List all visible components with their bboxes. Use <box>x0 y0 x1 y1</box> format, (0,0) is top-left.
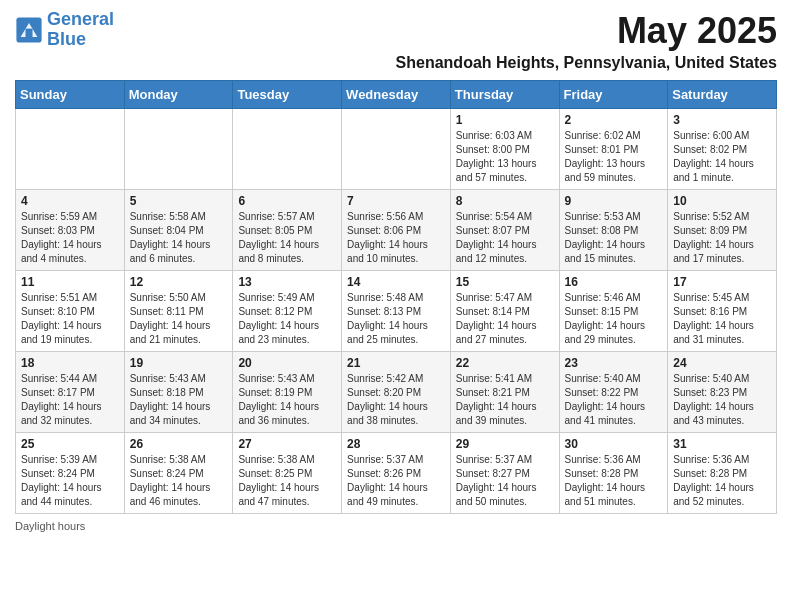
day-number: 13 <box>238 275 336 289</box>
calendar-cell <box>124 109 233 190</box>
day-number: 2 <box>565 113 663 127</box>
calendar-cell: 12Sunrise: 5:50 AMSunset: 8:11 PMDayligh… <box>124 271 233 352</box>
day-number: 17 <box>673 275 771 289</box>
calendar-cell: 21Sunrise: 5:42 AMSunset: 8:20 PMDayligh… <box>342 352 451 433</box>
calendar-header-row: SundayMondayTuesdayWednesdayThursdayFrid… <box>16 81 777 109</box>
day-info: Sunrise: 5:43 AMSunset: 8:19 PMDaylight:… <box>238 372 336 428</box>
calendar-week-3: 11Sunrise: 5:51 AMSunset: 8:10 PMDayligh… <box>16 271 777 352</box>
day-info: Sunrise: 5:39 AMSunset: 8:24 PMDaylight:… <box>21 453 119 509</box>
weekday-header-friday: Friday <box>559 81 668 109</box>
calendar-cell: 20Sunrise: 5:43 AMSunset: 8:19 PMDayligh… <box>233 352 342 433</box>
day-number: 5 <box>130 194 228 208</box>
logo-icon <box>15 16 43 44</box>
day-info: Sunrise: 5:40 AMSunset: 8:23 PMDaylight:… <box>673 372 771 428</box>
day-number: 31 <box>673 437 771 451</box>
weekday-header-thursday: Thursday <box>450 81 559 109</box>
calendar-week-5: 25Sunrise: 5:39 AMSunset: 8:24 PMDayligh… <box>16 433 777 514</box>
day-info: Sunrise: 6:00 AMSunset: 8:02 PMDaylight:… <box>673 129 771 185</box>
calendar-cell: 27Sunrise: 5:38 AMSunset: 8:25 PMDayligh… <box>233 433 342 514</box>
calendar-cell: 15Sunrise: 5:47 AMSunset: 8:14 PMDayligh… <box>450 271 559 352</box>
calendar-cell: 31Sunrise: 5:36 AMSunset: 8:28 PMDayligh… <box>668 433 777 514</box>
day-number: 25 <box>21 437 119 451</box>
day-number: 19 <box>130 356 228 370</box>
day-number: 18 <box>21 356 119 370</box>
calendar-cell: 28Sunrise: 5:37 AMSunset: 8:26 PMDayligh… <box>342 433 451 514</box>
calendar-cell: 1Sunrise: 6:03 AMSunset: 8:00 PMDaylight… <box>450 109 559 190</box>
calendar-cell: 30Sunrise: 5:36 AMSunset: 8:28 PMDayligh… <box>559 433 668 514</box>
calendar-cell <box>342 109 451 190</box>
calendar-cell: 22Sunrise: 5:41 AMSunset: 8:21 PMDayligh… <box>450 352 559 433</box>
footer-note: Daylight hours <box>15 520 777 532</box>
day-number: 12 <box>130 275 228 289</box>
calendar-cell: 10Sunrise: 5:52 AMSunset: 8:09 PMDayligh… <box>668 190 777 271</box>
day-number: 30 <box>565 437 663 451</box>
calendar-cell: 17Sunrise: 5:45 AMSunset: 8:16 PMDayligh… <box>668 271 777 352</box>
day-info: Sunrise: 5:44 AMSunset: 8:17 PMDaylight:… <box>21 372 119 428</box>
day-info: Sunrise: 5:54 AMSunset: 8:07 PMDaylight:… <box>456 210 554 266</box>
day-info: Sunrise: 5:38 AMSunset: 8:25 PMDaylight:… <box>238 453 336 509</box>
day-number: 24 <box>673 356 771 370</box>
day-info: Sunrise: 5:51 AMSunset: 8:10 PMDaylight:… <box>21 291 119 347</box>
day-info: Sunrise: 5:37 AMSunset: 8:27 PMDaylight:… <box>456 453 554 509</box>
day-info: Sunrise: 5:58 AMSunset: 8:04 PMDaylight:… <box>130 210 228 266</box>
day-number: 11 <box>21 275 119 289</box>
calendar-cell: 14Sunrise: 5:48 AMSunset: 8:13 PMDayligh… <box>342 271 451 352</box>
day-number: 15 <box>456 275 554 289</box>
calendar-table: SundayMondayTuesdayWednesdayThursdayFrid… <box>15 80 777 514</box>
calendar-cell <box>16 109 125 190</box>
day-number: 9 <box>565 194 663 208</box>
calendar-cell: 7Sunrise: 5:56 AMSunset: 8:06 PMDaylight… <box>342 190 451 271</box>
day-number: 10 <box>673 194 771 208</box>
day-info: Sunrise: 5:57 AMSunset: 8:05 PMDaylight:… <box>238 210 336 266</box>
calendar-cell: 8Sunrise: 5:54 AMSunset: 8:07 PMDaylight… <box>450 190 559 271</box>
day-info: Sunrise: 6:02 AMSunset: 8:01 PMDaylight:… <box>565 129 663 185</box>
calendar-week-2: 4Sunrise: 5:59 AMSunset: 8:03 PMDaylight… <box>16 190 777 271</box>
day-info: Sunrise: 5:40 AMSunset: 8:22 PMDaylight:… <box>565 372 663 428</box>
calendar-cell: 26Sunrise: 5:38 AMSunset: 8:24 PMDayligh… <box>124 433 233 514</box>
day-number: 21 <box>347 356 445 370</box>
calendar-cell: 13Sunrise: 5:49 AMSunset: 8:12 PMDayligh… <box>233 271 342 352</box>
weekday-header-wednesday: Wednesday <box>342 81 451 109</box>
day-number: 1 <box>456 113 554 127</box>
calendar-cell: 4Sunrise: 5:59 AMSunset: 8:03 PMDaylight… <box>16 190 125 271</box>
calendar-cell: 16Sunrise: 5:46 AMSunset: 8:15 PMDayligh… <box>559 271 668 352</box>
day-info: Sunrise: 5:38 AMSunset: 8:24 PMDaylight:… <box>130 453 228 509</box>
day-info: Sunrise: 5:53 AMSunset: 8:08 PMDaylight:… <box>565 210 663 266</box>
day-number: 20 <box>238 356 336 370</box>
calendar-cell: 23Sunrise: 5:40 AMSunset: 8:22 PMDayligh… <box>559 352 668 433</box>
calendar-cell <box>233 109 342 190</box>
main-title: May 2025 <box>396 10 777 52</box>
day-number: 6 <box>238 194 336 208</box>
day-number: 7 <box>347 194 445 208</box>
day-info: Sunrise: 5:36 AMSunset: 8:28 PMDaylight:… <box>565 453 663 509</box>
calendar-cell: 19Sunrise: 5:43 AMSunset: 8:18 PMDayligh… <box>124 352 233 433</box>
day-info: Sunrise: 5:46 AMSunset: 8:15 PMDaylight:… <box>565 291 663 347</box>
page-header: General Blue May 2025 Shenandoah Heights… <box>15 10 777 72</box>
calendar-cell: 3Sunrise: 6:00 AMSunset: 8:02 PMDaylight… <box>668 109 777 190</box>
calendar-cell: 9Sunrise: 5:53 AMSunset: 8:08 PMDaylight… <box>559 190 668 271</box>
day-info: Sunrise: 5:59 AMSunset: 8:03 PMDaylight:… <box>21 210 119 266</box>
logo-text: General Blue <box>47 10 114 50</box>
day-info: Sunrise: 5:49 AMSunset: 8:12 PMDaylight:… <box>238 291 336 347</box>
day-number: 22 <box>456 356 554 370</box>
day-info: Sunrise: 5:45 AMSunset: 8:16 PMDaylight:… <box>673 291 771 347</box>
day-info: Sunrise: 6:03 AMSunset: 8:00 PMDaylight:… <box>456 129 554 185</box>
calendar-cell: 2Sunrise: 6:02 AMSunset: 8:01 PMDaylight… <box>559 109 668 190</box>
svg-rect-2 <box>26 28 33 36</box>
day-number: 4 <box>21 194 119 208</box>
day-info: Sunrise: 5:42 AMSunset: 8:20 PMDaylight:… <box>347 372 445 428</box>
calendar-cell: 29Sunrise: 5:37 AMSunset: 8:27 PMDayligh… <box>450 433 559 514</box>
day-number: 8 <box>456 194 554 208</box>
title-section: May 2025 Shenandoah Heights, Pennsylvani… <box>396 10 777 72</box>
day-number: 28 <box>347 437 445 451</box>
day-number: 16 <box>565 275 663 289</box>
day-number: 14 <box>347 275 445 289</box>
weekday-header-tuesday: Tuesday <box>233 81 342 109</box>
calendar-cell: 6Sunrise: 5:57 AMSunset: 8:05 PMDaylight… <box>233 190 342 271</box>
day-info: Sunrise: 5:52 AMSunset: 8:09 PMDaylight:… <box>673 210 771 266</box>
day-info: Sunrise: 5:56 AMSunset: 8:06 PMDaylight:… <box>347 210 445 266</box>
calendar-week-1: 1Sunrise: 6:03 AMSunset: 8:00 PMDaylight… <box>16 109 777 190</box>
day-number: 23 <box>565 356 663 370</box>
day-info: Sunrise: 5:47 AMSunset: 8:14 PMDaylight:… <box>456 291 554 347</box>
weekday-header-sunday: Sunday <box>16 81 125 109</box>
